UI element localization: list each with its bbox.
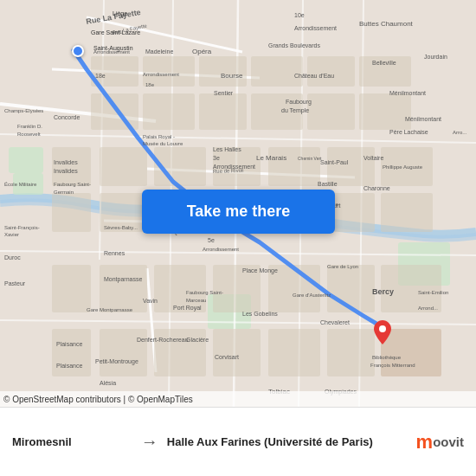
svg-text:Rue de Rivoli: Rue de Rivoli — [213, 168, 244, 174]
svg-point-144 — [379, 325, 386, 332]
svg-text:Vavin: Vavin — [143, 298, 158, 304]
svg-text:Gare Montparnasse: Gare Montparnasse — [87, 307, 133, 312]
svg-text:Les Halles: Les Halles — [213, 146, 241, 152]
svg-text:Montparnasse: Montparnasse — [104, 276, 142, 283]
svg-rect-31 — [52, 147, 91, 186]
svg-rect-38 — [52, 193, 91, 232]
svg-text:Port Royal: Port Royal — [173, 305, 202, 312]
svg-text:Saint-Paul: Saint-Paul — [320, 159, 349, 165]
svg-text:Musée du Louvre: Musée du Louvre — [143, 141, 183, 146]
svg-text:Belleville: Belleville — [372, 60, 396, 66]
svg-text:Buttes Chaumont: Buttes Chaumont — [359, 20, 414, 28]
svg-rect-35 — [268, 147, 320, 186]
svg-text:Les Gobelins: Les Gobelins — [242, 311, 278, 317]
svg-text:Ménilmontant: Ménilmontant — [389, 90, 426, 96]
svg-text:Xavier: Xavier — [4, 232, 19, 237]
origin-marker — [72, 45, 84, 57]
svg-text:Saint-Augustin: Saint-Augustin — [93, 45, 133, 52]
svg-text:Plaisance: Plaisance — [56, 363, 82, 369]
svg-text:Sentier: Sentier — [214, 90, 234, 96]
svg-text:Bourse: Bourse — [221, 72, 243, 80]
svg-rect-30 — [359, 93, 411, 130]
svg-rect-22 — [251, 56, 303, 87]
svg-text:Père Lachaise: Père Lachaise — [389, 129, 428, 135]
moovit-icon: m — [416, 431, 434, 453]
svg-rect-23 — [307, 56, 355, 87]
svg-text:Glacière: Glacière — [186, 337, 209, 343]
svg-rect-26 — [143, 93, 195, 130]
svg-text:Gare Saint-Lazare: Gare Saint-Lazare — [91, 29, 140, 35]
svg-text:Rennes: Rennes — [104, 250, 125, 256]
svg-text:Arrond...: Arrond... — [418, 306, 438, 311]
svg-text:Corvisart: Corvisart — [215, 354, 239, 360]
svg-rect-1 — [9, 147, 43, 173]
attribution-text: © OpenStreetMap contributors | © OpenMap… — [3, 395, 193, 404]
svg-text:Bercy: Bercy — [372, 287, 394, 296]
moovit-brand-text: oovit — [433, 434, 464, 449]
svg-text:Chevaleret: Chevaleret — [320, 319, 350, 325]
svg-text:Voltaire: Voltaire — [363, 155, 383, 161]
svg-text:10e: 10e — [294, 12, 305, 18]
svg-text:Charonne: Charonne — [363, 185, 390, 191]
svg-text:Alésia: Alésia — [100, 380, 116, 386]
svg-text:Bastille: Bastille — [318, 181, 338, 187]
svg-text:Marceau: Marceau — [186, 298, 206, 303]
svg-text:Saint-François-: Saint-François- — [4, 225, 40, 230]
svg-text:Faubourg: Faubourg — [286, 99, 312, 106]
svg-rect-32 — [100, 147, 147, 186]
svg-text:Bibliothèque: Bibliothèque — [372, 355, 402, 360]
svg-text:Sèvres-Baby...: Sèvres-Baby... — [104, 225, 138, 230]
route-arrow: → — [141, 432, 158, 452]
svg-text:Arrondissement: Arrondissement — [203, 247, 239, 252]
destination-marker — [374, 320, 391, 348]
svg-text:Jourdain: Jourdain — [424, 54, 447, 60]
svg-text:Arro...: Arro... — [453, 130, 467, 135]
svg-text:Gare d'Austerlitz: Gare d'Austerlitz — [293, 293, 331, 298]
svg-text:Roosevelt: Roosevelt — [17, 132, 41, 137]
svg-text:Duroc: Duroc — [4, 254, 21, 261]
svg-text:Champs-Elysées: Champs-Elysées — [4, 108, 43, 113]
svg-text:18e: 18e — [145, 82, 155, 87]
svg-text:Faubourg Saint-: Faubourg Saint- — [186, 290, 223, 295]
bottom-bar: Miromesnil → Halle Aux Farines (Universi… — [0, 407, 476, 476]
svg-text:Madeleine: Madeleine — [145, 48, 173, 55]
svg-text:Ménilmontant: Ménilmontant — [405, 116, 441, 122]
take-me-there-button[interactable]: Take me there — [142, 190, 335, 234]
svg-text:François Mitterrand: François Mitterrand — [370, 363, 415, 368]
svg-text:Denfert-Rochereau: Denfert-Rochereau — [137, 337, 189, 343]
svg-text:Concorde: Concorde — [54, 114, 80, 120]
svg-text:3e: 3e — [213, 155, 220, 161]
svg-text:Saint-Emilion: Saint-Emilion — [418, 290, 448, 295]
svg-text:Liège: Liège — [113, 10, 127, 17]
svg-text:Phillippe Auguste: Phillippe Auguste — [383, 164, 423, 170]
svg-text:Petit-Montrouge: Petit-Montrouge — [95, 358, 138, 365]
svg-text:Franklin D.: Franklin D. — [17, 124, 42, 129]
svg-text:Le Marais: Le Marais — [256, 154, 286, 162]
svg-text:Château d'Eau: Château d'Eau — [294, 73, 334, 79]
from-label: Miromesnil — [12, 435, 132, 448]
svg-text:Palais Royal -: Palais Royal - — [143, 134, 175, 139]
svg-text:Pasteur: Pasteur — [4, 280, 26, 286]
svg-text:Plaisance: Plaisance — [56, 341, 82, 347]
svg-text:Chemin Vert: Chemin Vert — [298, 156, 322, 161]
map-attribution: © OpenStreetMap contributors | © OpenMap… — [0, 391, 476, 407]
svg-rect-25 — [91, 93, 138, 130]
svg-rect-45 — [100, 265, 147, 312]
svg-rect-54 — [213, 329, 261, 376]
svg-rect-27 — [199, 93, 247, 130]
svg-text:Invalides: Invalides — [54, 168, 78, 174]
svg-text:Arrondissement: Arrondissement — [143, 72, 179, 77]
moovit-logo: m oovit — [416, 431, 464, 453]
svg-rect-29 — [307, 93, 355, 130]
to-label: Halle Aux Farines (Université de Paris) — [167, 435, 408, 448]
svg-text:18e: 18e — [95, 73, 106, 79]
svg-text:Faubourg Saint-: Faubourg Saint- — [54, 182, 91, 187]
svg-text:Gare de Lyon: Gare de Lyon — [327, 264, 358, 269]
svg-text:Opéra: Opéra — [192, 48, 212, 55]
svg-text:5e: 5e — [208, 237, 215, 243]
svg-text:École Militaire: École Militaire — [4, 182, 37, 187]
svg-text:Grands Boulevards: Grands Boulevards — [268, 42, 320, 48]
svg-rect-51 — [52, 329, 91, 376]
svg-text:Arrondissement: Arrondissement — [294, 25, 337, 31]
map-container: Buttes Chaumont Belleville Ménilmontant … — [0, 0, 476, 407]
